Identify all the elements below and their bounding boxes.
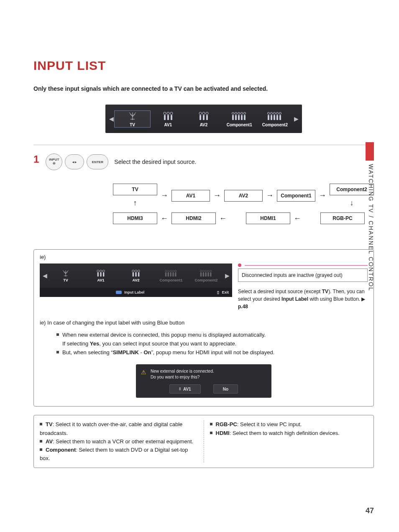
svg-rect-25 [276, 115, 278, 120]
step-number: 1 [33, 153, 39, 165]
input-flow: TV ↑ → AV1 → AV2 → Component1 → Componen… [113, 184, 374, 224]
input-label-button[interactable]: Input Label [116, 290, 144, 294]
input-av2[interactable]: AV2 [186, 111, 221, 127]
scroll-left-icon[interactable]: ◀ [108, 115, 115, 122]
svg-point-3 [164, 112, 166, 115]
blue-key-icon [116, 291, 122, 294]
component5-icon [165, 269, 177, 278]
flow-chip-av1: AV1 [171, 190, 210, 202]
exit-icon: ▯ [217, 290, 219, 294]
svg-point-42 [135, 270, 137, 272]
bullet-icon [56, 351, 59, 353]
svg-point-28 [271, 112, 273, 114]
input-label: AV2 [200, 123, 208, 127]
svg-point-36 [100, 270, 102, 272]
svg-rect-39 [135, 272, 136, 276]
bullet-icon [56, 333, 59, 336]
ie-input-av2[interactable]: AV2 [118, 269, 153, 282]
new-device-popup: ⚠ New external device is connected. Do y… [136, 364, 271, 398]
svg-rect-55 [203, 272, 204, 276]
input-tv[interactable]: TV [115, 111, 150, 127]
svg-point-52 [172, 270, 174, 272]
svg-point-51 [170, 270, 171, 272]
svg-rect-26 [279, 115, 281, 120]
ie-subcaption: ie) In case of changing the input label … [40, 320, 368, 326]
arrow-up-icon: ↑ [133, 199, 137, 207]
svg-rect-46 [170, 272, 171, 276]
popup-line2: Do you want to enjoy this? [151, 374, 214, 380]
scroll-right-icon[interactable]: ▶ [293, 115, 299, 122]
exit-button[interactable]: ▯ Exit [217, 290, 229, 294]
remote-enter-button[interactable]: ENTER [87, 154, 108, 169]
arrow-right-icon: → [266, 191, 274, 200]
svg-rect-14 [238, 115, 240, 120]
svg-point-59 [200, 270, 202, 272]
svg-point-50 [167, 270, 169, 272]
svg-rect-13 [235, 115, 237, 120]
svg-point-5 [170, 112, 173, 115]
ie-input-av1[interactable]: AV1 [83, 269, 118, 282]
remote-nav-button[interactable]: ◂ ▸ [65, 154, 84, 169]
rca3-icon [163, 111, 174, 121]
svg-point-19 [238, 112, 240, 114]
side-section-label: WATCHING TV / CHANNEL CONTROL [365, 164, 374, 310]
example-box: ie) ◀ TV AV1 AV2 [33, 249, 374, 407]
popup-no-button[interactable]: No [213, 384, 238, 394]
rca3-icon [198, 111, 209, 121]
arrow-down-icon: ↓ [350, 199, 354, 207]
svg-rect-7 [203, 115, 205, 120]
svg-point-21 [244, 112, 246, 114]
svg-rect-15 [241, 115, 243, 120]
svg-rect-44 [165, 272, 166, 276]
svg-point-53 [175, 270, 176, 272]
svg-rect-33 [100, 272, 101, 276]
input-bar-actions: Input Label ▯ Exit [40, 288, 232, 297]
input-component1[interactable]: Component1 [222, 111, 257, 127]
def-component: Component: Select them to watch DVD or a… [40, 446, 198, 463]
input-label: TV [63, 278, 68, 282]
flow-chip-hdmi2: HDMI2 [171, 212, 216, 224]
input-bar-top: ◀ TV AV1 AV2 Component1 [105, 105, 302, 133]
svg-point-30 [276, 112, 279, 114]
svg-point-43 [138, 270, 140, 272]
svg-rect-2 [171, 115, 172, 120]
input-av1[interactable]: AV1 [150, 111, 186, 127]
svg-point-63 [210, 270, 212, 272]
rca-mini-icon: ⦀ [179, 386, 181, 391]
ie-bullet-1: When new external device is connected, t… [56, 331, 368, 348]
input-label-text: Input Label [124, 290, 144, 294]
input-component2[interactable]: Component2 [257, 111, 293, 127]
ie-input-tv[interactable]: TV [48, 269, 83, 282]
flow-chip-component1: Component1 [277, 190, 315, 202]
svg-rect-48 [175, 272, 176, 276]
divider [33, 145, 374, 145]
step1-text: Select the desired input source. [114, 159, 196, 165]
callout-text: Disconnected inputs are inactive (grayed… [238, 269, 368, 282]
svg-rect-1 [167, 115, 169, 120]
svg-rect-38 [133, 272, 134, 276]
rca3-icon [96, 269, 105, 278]
input-label: AV2 [133, 278, 140, 282]
bullet-icon [40, 423, 42, 425]
page-number: 47 [366, 506, 374, 515]
remote-input-button[interactable]: INPUT ⊖ [46, 153, 62, 170]
rca3-icon [131, 269, 141, 278]
popup-yes-button[interactable]: ⦀ AV1 [169, 384, 201, 394]
component5-icon [267, 111, 282, 121]
callout-line [245, 265, 368, 266]
arrow-right-icon: → [213, 191, 221, 200]
svg-point-37 [102, 270, 105, 272]
input-bar-example: ◀ TV AV1 AV2 Component1 [40, 263, 232, 288]
scroll-left-icon[interactable]: ◀ [41, 272, 48, 279]
svg-point-31 [279, 112, 281, 114]
scroll-right-icon[interactable]: ▶ [224, 272, 230, 279]
page-title: INPUT LIST [33, 59, 374, 73]
svg-point-29 [274, 112, 276, 114]
svg-rect-56 [205, 272, 207, 276]
input-label: AV1 [97, 278, 105, 282]
def-rgbpc: RGB-PC: Select it to view PC input. [210, 420, 368, 429]
svg-point-10 [202, 112, 205, 115]
arrow-right-icon: → [319, 191, 326, 200]
svg-point-17 [232, 112, 234, 114]
nav-icon: ◂ ▸ [72, 160, 77, 164]
